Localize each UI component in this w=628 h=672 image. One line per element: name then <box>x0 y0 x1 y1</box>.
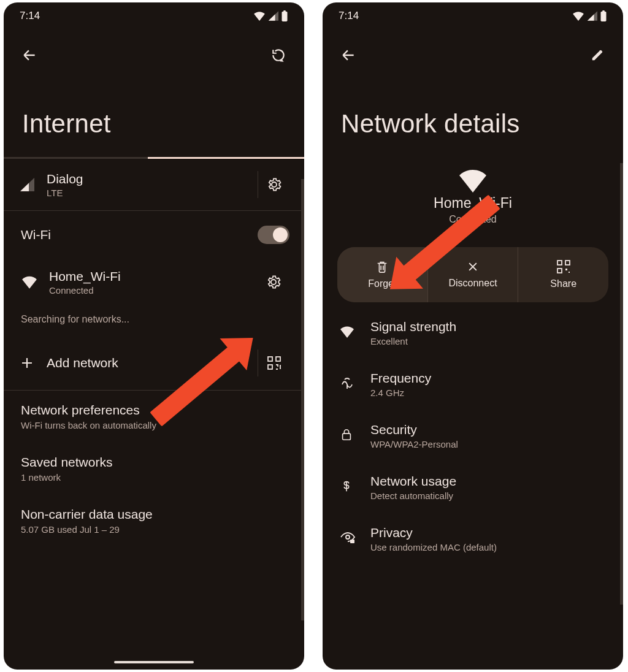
detail-title: Network usage <box>370 474 456 489</box>
connected-network-row[interactable]: Home_Wi-Fi Connected <box>4 256 304 308</box>
svg-rect-7 <box>557 261 562 265</box>
wifi-label: Wi-Fi <box>21 227 51 242</box>
signal-icon <box>587 11 597 21</box>
detail-network-usage[interactable]: Network usageDetect automatically <box>323 462 623 513</box>
gear-icon <box>266 275 281 289</box>
svg-rect-2 <box>268 357 272 361</box>
qr-icon <box>557 260 570 273</box>
searching-text: Searching for networks... <box>4 308 304 336</box>
pref-sub: 1 network <box>21 472 287 483</box>
status-bar: 7:14 <box>323 2 623 27</box>
svg-rect-1 <box>283 10 286 12</box>
reset-icon <box>270 47 286 63</box>
carrier-row[interactable]: Dialog LTE <box>4 159 304 210</box>
svg-point-13 <box>346 535 350 539</box>
signal-icon <box>18 176 36 193</box>
arrow-left-icon <box>21 47 37 63</box>
carrier-settings-button[interactable] <box>258 171 289 198</box>
svg-rect-9 <box>565 261 570 265</box>
back-button[interactable] <box>337 44 359 66</box>
arrow-left-icon <box>340 47 356 63</box>
disconnect-label: Disconnect <box>448 278 497 289</box>
wifi-toggle[interactable] <box>258 226 289 244</box>
add-network-row[interactable]: Add network <box>4 336 304 390</box>
svg-rect-6 <box>602 10 605 12</box>
plus-icon <box>18 354 36 372</box>
page-title: Network details <box>323 74 623 157</box>
connected-status: Connected <box>49 285 247 296</box>
pref-sub: 5.07 GB used Jul 1 – 29 <box>21 524 287 535</box>
battery-icon <box>281 10 288 21</box>
detail-title: Signal strength <box>370 319 456 334</box>
detail-sub: Use randomized MAC (default) <box>370 542 497 552</box>
svg-rect-3 <box>268 365 272 369</box>
wifi-icon <box>572 11 584 21</box>
svg-rect-4 <box>276 357 280 361</box>
screen-internet: 7:14 Internet Dialog LTE Wi-Fi <box>4 2 304 670</box>
svg-rect-11 <box>569 272 570 273</box>
wifi-icon <box>458 168 488 193</box>
svg-rect-0 <box>282 12 288 21</box>
detail-sub: 2.4 GHz <box>370 388 431 398</box>
wifi-icon <box>21 273 38 291</box>
nav-handle[interactable] <box>114 661 194 663</box>
reset-button[interactable] <box>267 44 289 66</box>
back-button[interactable] <box>18 44 40 66</box>
close-icon <box>467 261 479 273</box>
detail-title: Frequency <box>370 371 431 386</box>
wifi-icon <box>253 11 266 21</box>
status-icons <box>572 10 607 21</box>
frequency-icon <box>340 376 356 393</box>
status-bar: 7:14 <box>4 2 304 27</box>
qr-icon <box>267 356 281 370</box>
status-icons <box>253 10 288 21</box>
connected-ssid: Home_Wi-Fi <box>49 269 247 284</box>
detail-title: Security <box>370 422 458 437</box>
share-label: Share <box>550 278 576 289</box>
detail-sub: Detect automatically <box>370 491 456 501</box>
pref-saved-networks[interactable]: Saved networks 1 network <box>4 443 304 495</box>
svg-rect-5 <box>601 12 607 21</box>
battery-icon <box>600 10 607 21</box>
scroll-indicator <box>301 179 304 620</box>
pref-data-usage[interactable]: Non-carrier data usage 5.07 GB used Jul … <box>4 495 304 547</box>
gear-icon <box>267 177 281 192</box>
network-settings-button[interactable] <box>258 269 289 296</box>
svg-rect-14 <box>350 540 354 543</box>
edit-button[interactable] <box>586 44 608 66</box>
app-bar <box>4 27 304 74</box>
page-title: Internet <box>4 74 304 157</box>
detail-title: Privacy <box>370 525 497 540</box>
wifi-icon <box>340 326 356 340</box>
detail-sub: Excellent <box>370 336 456 346</box>
wifi-toggle-row: Wi-Fi <box>4 211 304 256</box>
connected-texts: Home_Wi-Fi Connected <box>49 269 247 296</box>
eye-lock-icon <box>340 532 356 546</box>
pref-title: Non-carrier data usage <box>21 507 287 522</box>
detail-security[interactable]: SecurityWPA/WPA2-Personal <box>323 410 623 462</box>
status-time: 7:14 <box>339 10 359 22</box>
dollar-icon <box>340 479 356 496</box>
pencil-icon <box>591 48 604 62</box>
screen-network-details: 7:14 Network details Home_Wi-Fi Connecte… <box>323 2 623 670</box>
share-button[interactable]: Share <box>518 247 608 302</box>
svg-rect-12 <box>343 433 351 440</box>
pref-title: Saved networks <box>21 455 287 470</box>
carrier-tech: LTE <box>47 188 247 198</box>
carrier-texts: Dialog LTE <box>47 172 247 198</box>
detail-sub: WPA/WPA2-Personal <box>370 439 458 449</box>
pref-sub: Wi-Fi turns back on automatically <box>21 420 287 430</box>
detail-frequency[interactable]: Frequency2.4 GHz <box>323 359 623 410</box>
detail-signal-strength[interactable]: Signal strengthExcellent <box>323 307 623 359</box>
carrier-name: Dialog <box>47 172 247 186</box>
signal-icon <box>268 11 278 21</box>
detail-privacy[interactable]: PrivacyUse randomized MAC (default) <box>323 513 623 565</box>
svg-rect-10 <box>565 269 567 270</box>
app-bar <box>323 27 623 74</box>
svg-rect-8 <box>557 269 562 273</box>
scroll-indicator <box>620 163 623 605</box>
status-time: 7:14 <box>20 10 40 22</box>
lock-icon <box>340 427 356 445</box>
